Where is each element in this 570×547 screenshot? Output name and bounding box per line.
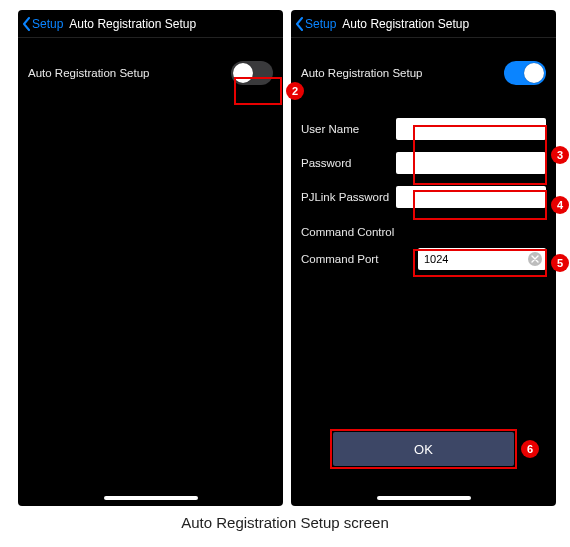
pjlink-password-row: PJLink Password (291, 180, 556, 214)
user-name-label: User Name (301, 123, 396, 135)
callout-number-2: 2 (286, 82, 304, 100)
back-label: Setup (305, 17, 336, 31)
back-button[interactable]: Setup (295, 17, 336, 31)
page-title: Auto Registration Setup (342, 17, 552, 31)
password-label: Password (301, 157, 396, 169)
callout-number-6: 6 (521, 440, 539, 458)
home-indicator (377, 496, 471, 500)
ok-label: OK (414, 442, 433, 457)
back-button[interactable]: Setup (22, 17, 63, 31)
phone-screenshot-right: Setup Auto Registration Setup Auto Regis… (291, 10, 556, 506)
user-name-field[interactable] (396, 118, 546, 140)
user-name-row: User Name (291, 112, 556, 146)
toggle-row: Auto Registration Setup (18, 56, 283, 90)
callout-number-5: 5 (551, 254, 569, 272)
command-port-field[interactable] (418, 248, 546, 270)
toggle-row: Auto Registration Setup (291, 56, 556, 90)
back-label: Setup (32, 17, 63, 31)
figure-caption: Auto Registration Setup screen (0, 514, 570, 531)
home-indicator (104, 496, 198, 500)
chevron-left-icon (22, 17, 32, 31)
toggle-knob (524, 63, 544, 83)
toggle-label: Auto Registration Setup (28, 67, 231, 79)
toggle-knob (233, 63, 253, 83)
navbar: Setup Auto Registration Setup (18, 10, 283, 38)
clear-icon[interactable] (528, 252, 542, 266)
pjlink-password-field[interactable] (396, 186, 546, 208)
navbar: Setup Auto Registration Setup (291, 10, 556, 38)
toggle-label: Auto Registration Setup (301, 67, 504, 79)
password-field[interactable] (396, 152, 546, 174)
command-port-label: Command Port (301, 253, 418, 265)
phone-screenshot-left: Setup Auto Registration Setup Auto Regis… (18, 10, 283, 506)
auto-registration-toggle[interactable] (504, 61, 546, 85)
ok-button[interactable]: OK (333, 432, 514, 466)
auto-registration-toggle[interactable] (231, 61, 273, 85)
page-title: Auto Registration Setup (69, 17, 279, 31)
callout-number-4: 4 (551, 196, 569, 214)
chevron-left-icon (295, 17, 305, 31)
command-port-row: Command Port (291, 242, 556, 276)
password-row: Password (291, 146, 556, 180)
pjlink-password-label: PJLink Password (301, 191, 396, 203)
command-control-heading: Command Control (291, 214, 556, 242)
callout-number-3: 3 (551, 146, 569, 164)
